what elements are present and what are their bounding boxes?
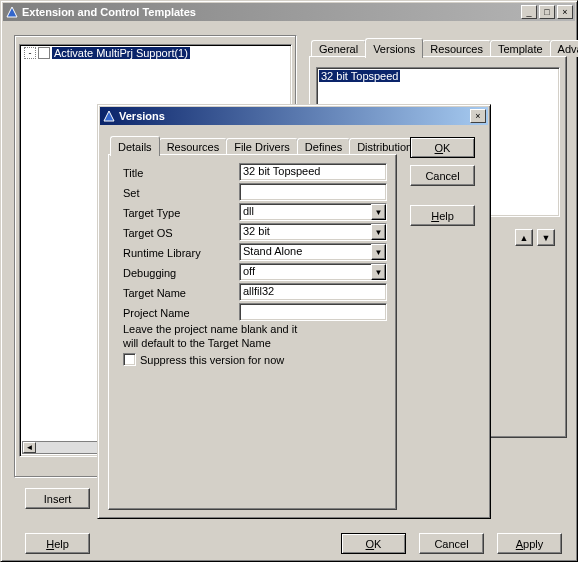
title-value: 32 bit Topspeed <box>243 165 320 177</box>
debugging-label: Debugging <box>123 267 176 279</box>
help-label: Help <box>46 538 69 550</box>
cancel-button-dialog[interactable]: Cancel <box>410 165 475 186</box>
tab-advanced[interactable]: Advanced <box>550 40 578 57</box>
suppress-checkbox[interactable]: Suppress this version for now <box>123 353 284 366</box>
chevron-down-icon[interactable]: ▼ <box>371 224 386 240</box>
tree-doc-icon <box>38 47 50 59</box>
set-field[interactable] <box>239 183 387 201</box>
nav-next-button[interactable]: ▼ <box>537 229 555 246</box>
close-button[interactable]: × <box>557 5 573 19</box>
title-field[interactable]: 32 bit Topspeed <box>239 163 387 181</box>
tab-resources-main[interactable]: Resources <box>422 40 491 57</box>
tree-minus-icon: - <box>24 47 36 59</box>
main-title: Extension and Control Templates <box>22 6 519 18</box>
runtime-value: Stand Alone <box>240 244 371 260</box>
runtime-label: Runtime Library <box>123 247 201 259</box>
project-name-field[interactable] <box>239 303 387 321</box>
dialog-close-button[interactable]: × <box>470 109 486 123</box>
chevron-down-icon[interactable]: ▼ <box>371 204 386 220</box>
main-tabs: General Versions Resources Template Adva… <box>311 37 578 57</box>
ok-label-dialog: OK <box>435 142 451 154</box>
help-label-dialog: Help <box>431 210 454 222</box>
insert-label: Insert <box>44 493 72 505</box>
nav-prev-button[interactable]: ▲ <box>515 229 533 246</box>
set-label: Set <box>123 187 140 199</box>
tab-versions[interactable]: Versions <box>365 38 423 58</box>
scroll-left-icon[interactable]: ◄ <box>23 442 36 453</box>
checkbox-box[interactable] <box>123 353 136 366</box>
help-button-dialog[interactable]: Help <box>410 205 475 226</box>
nav-buttons: ▲ ▼ <box>515 229 555 246</box>
ok-label: OK <box>366 538 382 550</box>
tree-item[interactable]: - Activate MultiPrj Support(1) <box>20 45 291 61</box>
runtime-combo[interactable]: Stand Alone ▼ <box>239 243 387 261</box>
tab-file-drivers[interactable]: File Drivers <box>226 138 298 155</box>
title-label: Title <box>123 167 143 179</box>
chevron-down-icon[interactable]: ▼ <box>371 264 386 280</box>
svg-marker-0 <box>7 7 17 17</box>
target-os-value: 32 bit <box>240 224 371 240</box>
cancel-label: Cancel <box>434 538 468 550</box>
dialog-tab-panel: Title 32 bit Topspeed Set Target Type dl… <box>108 154 397 510</box>
svg-marker-1 <box>104 111 114 121</box>
tab-resources[interactable]: Resources <box>159 138 228 155</box>
dialog-title: Versions <box>119 110 468 122</box>
apply-button-main[interactable]: Apply <box>497 533 562 554</box>
minimize-button[interactable]: _ <box>521 5 537 19</box>
versions-dialog: Versions × Details Resources File Driver… <box>97 104 491 519</box>
target-name-field[interactable]: allfil32 <box>239 283 387 301</box>
app-icon <box>5 5 19 19</box>
hint-line1: Leave the project name blank and it <box>123 323 297 335</box>
chevron-down-icon[interactable]: ▼ <box>371 244 386 260</box>
target-os-combo[interactable]: 32 bit ▼ <box>239 223 387 241</box>
ok-button-main[interactable]: OK <box>341 533 406 554</box>
help-button-main[interactable]: Help <box>25 533 90 554</box>
target-name-value: allfil32 <box>243 285 274 297</box>
target-name-label: Target Name <box>123 287 186 299</box>
cancel-button-main[interactable]: Cancel <box>419 533 484 554</box>
versions-list-item[interactable]: 32 bit Topspeed <box>319 70 400 82</box>
debugging-value: off <box>240 264 371 280</box>
main-titlebar: Extension and Control Templates _ □ × <box>3 3 575 21</box>
tab-general[interactable]: General <box>311 40 366 57</box>
tab-details[interactable]: Details <box>110 136 160 156</box>
cancel-label-dialog: Cancel <box>425 170 459 182</box>
dialog-tabs: Details Resources File Drivers Defines D… <box>110 135 419 155</box>
ok-button-dialog[interactable]: OK <box>410 137 475 158</box>
apply-label: Apply <box>516 538 544 550</box>
tab-template[interactable]: Template <box>490 40 551 57</box>
target-type-label: Target Type <box>123 207 180 219</box>
project-name-label: Project Name <box>123 307 190 319</box>
target-os-label: Target OS <box>123 227 173 239</box>
insert-button[interactable]: Insert <box>25 488 90 509</box>
debugging-combo[interactable]: off ▼ <box>239 263 387 281</box>
hint-line2: will default to the Target Name <box>123 337 271 349</box>
dialog-icon <box>102 109 116 123</box>
target-type-combo[interactable]: dll ▼ <box>239 203 387 221</box>
suppress-label: Suppress this version for now <box>140 354 284 366</box>
dialog-titlebar: Versions × <box>100 107 488 125</box>
target-type-value: dll <box>240 204 371 220</box>
maximize-button[interactable]: □ <box>539 5 555 19</box>
tab-defines[interactable]: Defines <box>297 138 350 155</box>
tree-item-label: Activate MultiPrj Support(1) <box>52 47 190 59</box>
